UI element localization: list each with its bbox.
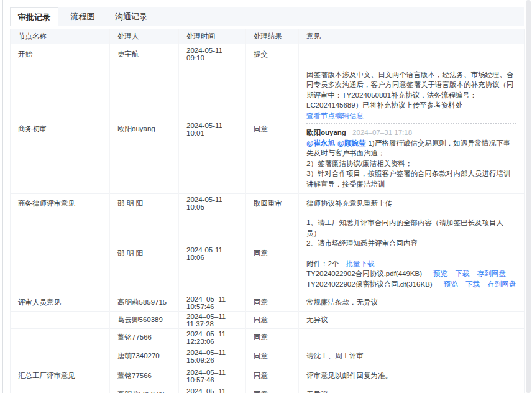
col-header-node: 节点名称	[11, 29, 110, 44]
node-cell: 商务初审	[11, 65, 110, 194]
col-header-result: 处理结果	[246, 29, 299, 44]
table-row: 评审人员意见 高明莉5859715 2024–05–11 10:57:46 同意…	[11, 294, 525, 312]
result-cell: 同意	[246, 346, 299, 366]
time-cell: 2024-05-11 09:10	[179, 44, 246, 65]
approval-table: 节点名称 处理人 处理时间 处理结果 意见 开始 史宇航 2024-05-11 …	[10, 29, 525, 393]
time-cell: 2024–05–11 15:09:26	[179, 346, 246, 366]
node-cell	[11, 213, 110, 294]
result-cell: 同意	[246, 312, 299, 329]
result-cell: 同意	[246, 366, 299, 386]
download-link[interactable]: 下载	[455, 270, 469, 277]
result-cell: 同意	[246, 329, 299, 346]
opinion-cell	[299, 329, 525, 346]
tab-approval-record[interactable]: 审批记录	[10, 7, 58, 26]
table-row: 葛云卿560389 2024–05–11 11:37:28 同意 无异议	[11, 312, 525, 329]
table-row: 高明莉5859715 2024–05–11 11:37:28 同意 无异议	[11, 386, 525, 393]
dotted-separator	[306, 123, 516, 124]
opinion-cell: 请沈工、周工评审	[299, 346, 525, 366]
node-cell	[11, 312, 110, 329]
tab-communication-record[interactable]: 沟通记录	[107, 7, 155, 26]
table-row: 邵 明 阳 2024-05-11 10:06 同意 1、请工厂知悉并评审合同内的…	[11, 213, 525, 294]
time-cell: 2024–05–11 11:37:28	[179, 386, 246, 393]
save-to-drive-link[interactable]: 存到网盘	[487, 280, 516, 288]
attachment-file: TY2024022902合同协议.pdf(449KB) 预览 下载 存到网盘	[306, 269, 516, 279]
comment-time: 2024–07–31 17:18	[352, 129, 412, 136]
comment-author: 欧阳ouyang	[306, 129, 346, 136]
handler-cell: 史宇航	[110, 44, 179, 65]
left-panel-edge	[2, 0, 3, 393]
download-link[interactable]: 下载	[466, 280, 480, 288]
handler-cell: 董铭77566	[110, 366, 179, 386]
time-cell: 2024–05–11 10:57:46	[179, 294, 246, 312]
batch-download-link[interactable]: 批量下载	[346, 260, 375, 267]
time-cell: 2024-05-11 10:06	[179, 213, 246, 294]
opinion-paragraph: 因签署版本涉及中文、日文两个语言版本，经法务、市场经理、合同专员多次沟通后，客户…	[306, 70, 516, 111]
result-cell: 同意	[246, 65, 299, 194]
comment-line: 2）签署廉洁协议/廉洁相关资料；	[306, 159, 516, 169]
opinion-cell: 无异议	[299, 386, 525, 393]
time-cell: 2024–05–11 11:37:28	[179, 312, 246, 329]
view-node-edit-link[interactable]: 查看节点编辑信息	[306, 112, 364, 119]
comment-body: @崔永旭@顾婉莹1)严格履行诚信交易原则，如遇异常情况下事先及时与客户书面沟通；	[306, 138, 516, 159]
result-cell: 同意	[246, 386, 299, 393]
table-row: 汇总工厂评审意见 董铭77566 2024–05–11 10:57:46 同意 …	[11, 366, 525, 386]
attachments-header: 附件：2个 批量下载	[306, 259, 516, 269]
time-cell: 2024–05–11 10:57:46	[179, 366, 246, 386]
node-cell: 评审人员意见	[11, 294, 110, 312]
comment-line: 3）针对合作项目，按照客户签署的合同条款对内部人员进行培训讲解宣导，接受廉洁培训	[306, 169, 516, 189]
node-cell	[11, 346, 110, 366]
tab-bar: 审批记录 流程图 沟通记录	[10, 7, 524, 26]
table-row: 开始 史宇航 2024-05-11 09:10 提交	[11, 44, 525, 65]
preview-link[interactable]: 预览	[444, 280, 458, 288]
table-row: 董铭77566 2024–05–11 12:23:06 同意	[11, 329, 525, 346]
node-cell: 开始	[11, 44, 110, 65]
handler-cell: 董铭77566	[110, 329, 179, 346]
col-header-opinion: 意见	[299, 29, 525, 44]
table-row: 唐萌7340270 2024–05–11 15:09:26 同意 请沈工、周工评…	[11, 346, 525, 366]
node-cell: 商务律师评审意见	[11, 194, 110, 213]
tab-flow-chart[interactable]: 流程图	[58, 7, 107, 26]
handler-cell: 欧阳ouyang	[110, 65, 179, 194]
table-header-row: 节点名称 处理人 处理时间 处理结果 意见	[11, 29, 525, 44]
opinion-cell: 因签署版本涉及中文、日文两个语言版本，经法务、市场经理、合同专员多次沟通后，客户…	[299, 65, 525, 194]
mention-link[interactable]: @顾婉莹	[337, 139, 366, 147]
spacer	[306, 249, 516, 259]
time-cell: 2024-05-11 10:05	[179, 194, 246, 213]
result-cell: 同意	[246, 213, 299, 294]
save-to-drive-link[interactable]: 存到网盘	[477, 270, 506, 277]
opinion-cell: 常规廉洁条款，无异议	[299, 294, 525, 312]
opinion-line: 2、请市场经理知悉并评审合同内容	[306, 238, 516, 249]
handler-cell: 葛云卿560389	[110, 312, 179, 329]
file-name: TY2024022902合同协议.pdf(449KB)	[306, 270, 422, 277]
result-cell: 同意	[246, 294, 299, 312]
handler-cell: 邵 明 阳	[110, 213, 179, 294]
table-row: 商务初审 欧阳ouyang 2024-05-11 10:01 同意 因签署版本涉…	[11, 65, 525, 194]
node-cell	[11, 329, 110, 346]
col-header-handler: 处理人	[110, 29, 179, 44]
node-cell: 汇总工厂评审意见	[11, 366, 110, 386]
handler-cell: 高明莉5859715	[110, 386, 179, 393]
preview-link[interactable]: 预览	[433, 270, 447, 277]
opinion-cell	[299, 44, 525, 65]
attachments-label: 附件：2个	[306, 260, 339, 267]
file-name: TY2024022902保密协议合同.df(316KB)	[306, 280, 433, 288]
handler-cell: 唐萌7340270	[110, 346, 179, 366]
scrollbar-track[interactable]	[525, 0, 532, 393]
time-cell: 2024–05–11 12:23:06	[179, 329, 246, 346]
comment-header: 欧阳ouyang 2024–07–31 17:18	[306, 127, 516, 138]
handler-cell: 邵 明 阳	[110, 194, 179, 213]
opinion-cell: 评审意见以邮件回复为准。	[299, 366, 525, 386]
opinion-cell: 无异议	[299, 312, 525, 329]
node-cell	[11, 386, 110, 393]
result-cell: 提交	[246, 44, 299, 65]
attachment-file: TY2024022902保密协议合同.df(316KB) 预览 下载 存到网盘	[306, 279, 516, 290]
opinion-cell: 1、请工厂知悉并评审合同内的全部内容（请加签巴长及项目人员） 2、请市场经理知悉…	[299, 213, 525, 294]
opinion-cell: 律师协议补充意见重新上传	[299, 194, 525, 213]
time-cell: 2024-05-11 10:01	[179, 65, 246, 194]
table-row: 商务律师评审意见 邵 明 阳 2024-05-11 10:05 取回重审 律师协…	[11, 194, 525, 213]
handler-cell: 高明莉5859715	[110, 294, 179, 312]
mention-link[interactable]: @崔永旭	[306, 139, 335, 147]
opinion-line: 1、请工厂知悉并评审合同内的全部内容（请加签巴长及项目人员）	[306, 218, 516, 238]
col-header-time: 处理时间	[179, 29, 246, 44]
scrollbar-thumb[interactable]	[526, 0, 531, 393]
